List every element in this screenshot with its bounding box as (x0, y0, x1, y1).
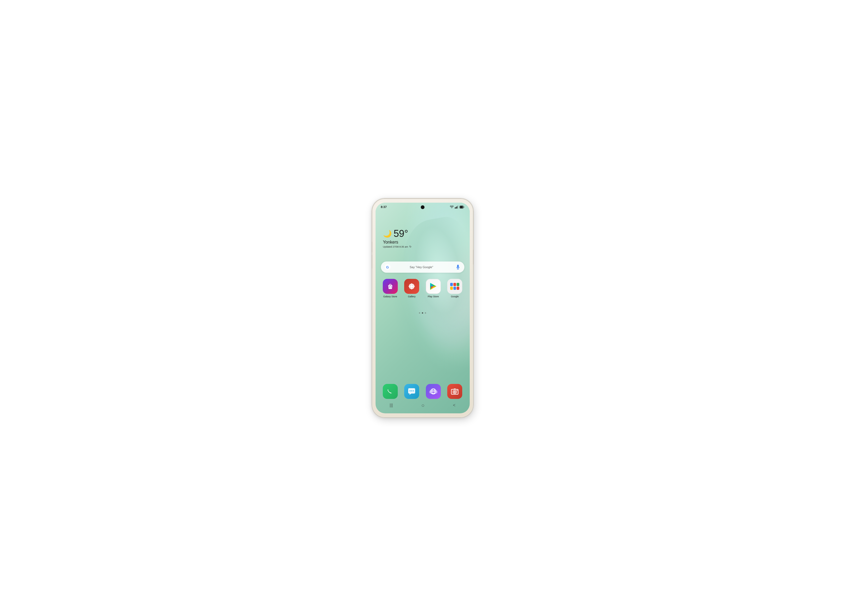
battery-icon (460, 205, 464, 208)
refresh-icon: ↻ (409, 245, 411, 248)
svg-point-21 (411, 285, 413, 287)
galaxy-store-label: Galaxy Store (383, 295, 397, 298)
svg-rect-1 (456, 207, 456, 208)
gallery-icon (404, 279, 419, 294)
signal-icon (455, 205, 459, 208)
page-dot-1 (419, 312, 420, 314)
svg-point-24 (411, 390, 412, 392)
page-dot-3 (425, 312, 426, 314)
search-placeholder: Say "Hey Google" (391, 265, 453, 269)
page-indicators (376, 312, 470, 314)
weather-updated: Updated 27/08 8:35 am ↻ (383, 245, 411, 248)
dock-app-phone[interactable] (381, 384, 400, 399)
svg-point-23 (410, 390, 411, 392)
navigation-bar: ||| ○ < (376, 400, 470, 410)
dock (376, 384, 470, 399)
app-item-play-store[interactable]: Play Store (424, 279, 443, 298)
mic-icon[interactable] (455, 264, 461, 270)
app-item-google[interactable]: Google (445, 279, 464, 298)
svg-point-10 (389, 287, 390, 287)
google-label: Google (451, 295, 459, 298)
svg-point-36 (457, 390, 458, 391)
volume-up-button[interactable] (372, 242, 372, 252)
power-button[interactable] (473, 250, 474, 264)
internet-app-icon (426, 384, 441, 399)
svg-rect-5 (460, 206, 463, 208)
status-icons (450, 205, 464, 208)
weather-moon-icon: 🌙 (383, 230, 392, 238)
phone-body: 8:37 (372, 198, 473, 418)
svg-rect-0 (455, 207, 456, 208)
svg-text:G: G (386, 265, 389, 269)
play-store-icon (426, 279, 441, 294)
dock-app-camera[interactable] (445, 384, 464, 399)
phone-app-icon (383, 384, 398, 399)
weather-temperature: 59° (394, 228, 408, 239)
weather-city: Yonkers (383, 240, 411, 245)
svg-rect-3 (457, 205, 458, 208)
svg-rect-35 (454, 389, 456, 390)
app-item-gallery[interactable]: Gallery (402, 279, 421, 298)
back-button[interactable]: < (453, 403, 455, 408)
volume-down-button[interactable] (372, 255, 372, 268)
wifi-icon (450, 205, 454, 208)
dock-app-messages[interactable] (402, 384, 421, 399)
google-icon (447, 279, 462, 294)
camera-app-icon (447, 384, 462, 399)
dock-app-internet[interactable] (424, 384, 443, 399)
recent-apps-button[interactable]: ||| (390, 403, 393, 408)
galaxy-store-icon (383, 279, 398, 294)
google-g-icon: G (385, 264, 391, 270)
phone-device: 8:37 (372, 198, 473, 418)
phone-screen: 8:37 (376, 202, 470, 414)
google-search-bar[interactable]: G Say "Hey Google" (381, 261, 464, 273)
svg-point-11 (391, 287, 392, 287)
svg-point-25 (413, 390, 414, 392)
gallery-label: Gallery (408, 295, 416, 298)
weather-widget: 🌙 59° Yonkers Updated 27/08 8:35 am ↻ (383, 228, 411, 248)
messages-app-icon (404, 384, 419, 399)
svg-rect-2 (457, 207, 457, 209)
svg-point-34 (454, 391, 456, 393)
status-time: 8:37 (381, 205, 387, 208)
play-store-label: Play Store (428, 295, 439, 298)
app-grid: Galaxy Store (376, 279, 470, 298)
camera-cutout (421, 205, 425, 209)
page-dot-2 (422, 312, 423, 314)
home-button[interactable]: ○ (421, 402, 425, 409)
app-item-galaxy-store[interactable]: Galaxy Store (381, 279, 400, 298)
